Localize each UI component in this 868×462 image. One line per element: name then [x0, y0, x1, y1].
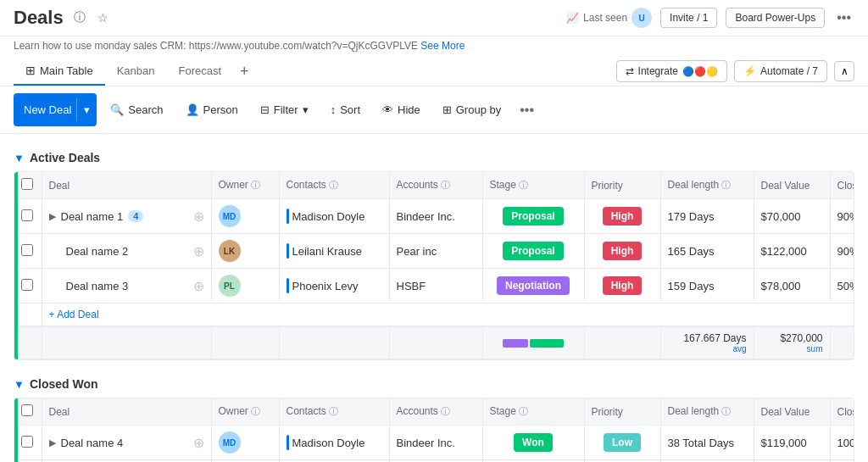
toolbar: New Deal ▾ 🔍 Search 👤 Person ⊟ Filter ▾ … [0, 86, 868, 134]
filter-button[interactable]: ⊟ Filter ▾ [252, 99, 317, 120]
row-deal-name: Deal name 2 ⊕ [42, 234, 211, 269]
add-item-icon[interactable]: ⊕ [193, 435, 204, 451]
more-tools-button[interactable]: ••• [515, 99, 539, 121]
row-check [14, 269, 42, 303]
table-row: ▶ Deal name 4 ⊕ MD Madison Doyle Bindeer… [14, 426, 854, 460]
search-button[interactable]: 🔍 Search [102, 99, 171, 120]
row-priority[interactable]: High [584, 234, 660, 269]
automate-icon: ⚡ [743, 65, 756, 77]
active-deals-header[interactable]: ▼ Active Deals [0, 144, 868, 171]
closed-won-section: ▼ Closed Won Deal Ownerⓘ Contactsⓘ Accou… [0, 370, 868, 462]
group-by-button[interactable]: ⊞ Group by [434, 99, 509, 120]
star-icon[interactable]: ☆ [94, 9, 112, 26]
filter-chevron: ▾ [303, 103, 309, 116]
th-contacts-closed: Contactsⓘ [279, 398, 389, 426]
select-all-active[interactable] [21, 178, 33, 190]
row-close-prob: 90% [830, 234, 854, 269]
app-header: Deals ⓘ ☆ 📈 Last seen U Invite / 1 Board… [0, 0, 868, 36]
automate-button[interactable]: ⚡ Automate / 7 [734, 60, 827, 82]
closed-won-header[interactable]: ▼ Closed Won [0, 370, 868, 398]
add-deal-row[interactable]: + Add Deal [14, 303, 854, 327]
row-stage[interactable]: Won [482, 426, 584, 460]
owner-info-icon[interactable]: ⓘ [251, 180, 260, 190]
invite-button[interactable]: Invite / 1 [660, 8, 717, 28]
integrate-button[interactable]: ⇄ Integrate 🔵🔴🟡 [616, 60, 727, 82]
th-close-prob-closed: Close Probab... [830, 398, 854, 426]
row-close-prob: 50% [830, 269, 854, 303]
avatar: U [632, 8, 652, 28]
row-checkbox-0[interactable] [21, 209, 33, 221]
row-contact: Madison Doyle [279, 199, 389, 234]
summary-deal-value: $270,000sum [754, 326, 830, 359]
deal-length-info-icon[interactable]: ⓘ [721, 180, 731, 190]
new-deal-chevron[interactable]: ▾ [76, 98, 97, 121]
row-close-prob: 90% [830, 199, 854, 234]
summary-row: 167.667 Daysavg $270,000sum 76.667%avg [14, 326, 854, 359]
contacts-info-icon[interactable]: ⓘ [329, 180, 338, 190]
accounts-info-icon[interactable]: ⓘ [441, 180, 450, 190]
th-deal-length-closed: Deal lengthⓘ [660, 398, 754, 426]
board-power-ups-button[interactable]: Board Power-Ups [726, 8, 825, 28]
sort-button[interactable]: ↕ Sort [322, 99, 369, 120]
expand-icon[interactable]: ▶ [49, 437, 56, 448]
row-owner: PL [211, 269, 279, 303]
row-priority[interactable]: Low [584, 426, 660, 460]
closed-won-table-wrapper: Deal Ownerⓘ Contactsⓘ Accountsⓘ Stageⓘ P… [14, 398, 854, 462]
summary-stage-bar [482, 326, 584, 359]
tab-forecast[interactable]: Forecast [166, 58, 233, 86]
summary-deal-length: 167.667 Daysavg [660, 326, 754, 359]
th-accounts-closed: Accountsⓘ [389, 398, 482, 426]
collapse-button[interactable]: ∧ [834, 61, 854, 81]
add-item-icon[interactable]: ⊕ [193, 209, 204, 225]
row-deal-length: 38 Total Days [660, 426, 754, 460]
row-priority[interactable]: High [584, 199, 660, 234]
add-tab-button[interactable]: + [233, 59, 256, 84]
row-account: Bindeer Inc. [389, 426, 482, 460]
hide-icon: 👁 [382, 103, 393, 116]
row-checkbox-0[interactable] [21, 436, 33, 448]
row-stage[interactable]: Proposal [482, 234, 584, 269]
person-button[interactable]: 👤 Person [177, 99, 247, 120]
new-deal-button[interactable]: New Deal ▾ [14, 93, 97, 126]
row-priority[interactable]: High [584, 269, 660, 303]
page-title: Deals [14, 7, 64, 29]
person-icon: 👤 [186, 103, 199, 116]
tab-kanban[interactable]: Kanban [105, 58, 167, 86]
info-icon[interactable]: ⓘ [70, 8, 89, 27]
badge-count: 4 [128, 210, 143, 222]
trend-icon: 📈 [566, 12, 579, 24]
row-checkbox-2[interactable] [21, 279, 33, 291]
add-deal-label[interactable]: + Add Deal [42, 303, 854, 327]
expand-icon[interactable]: ▶ [49, 211, 56, 222]
integrate-icon: ⇄ [626, 65, 634, 77]
sort-icon: ↕ [331, 103, 337, 116]
th-priority-closed: Priority [584, 398, 660, 426]
row-deal-name: ▶ Deal name 1 4 ⊕ [42, 199, 211, 234]
see-more-link[interactable]: See More [420, 40, 465, 52]
table-row: Deal name 2 ⊕ LK Leilani Krause Pear inc… [14, 234, 854, 269]
row-contact: Madison Doyle [279, 426, 389, 460]
th-contacts-active: Contactsⓘ [279, 172, 389, 199]
main-table-icon: ⊞ [25, 64, 36, 77]
row-stage[interactable]: Proposal [482, 199, 584, 234]
row-account: HSBF [389, 269, 482, 303]
more-options-button[interactable]: ••• [833, 8, 854, 27]
row-check [14, 199, 42, 234]
select-all-closed[interactable] [21, 404, 33, 416]
hide-button[interactable]: 👁 Hide [374, 99, 429, 120]
active-deals-table-wrapper: Deal Ownerⓘ Contactsⓘ Accountsⓘ Stageⓘ P… [14, 171, 854, 360]
row-account: Bindeer Inc. [389, 199, 482, 234]
tab-main-table[interactable]: ⊞ Main Table [14, 57, 105, 86]
stage-info-icon[interactable]: ⓘ [519, 180, 528, 190]
row-stage[interactable]: Negotiation [482, 269, 584, 303]
closed-won-table: Deal Ownerⓘ Contactsⓘ Accountsⓘ Stageⓘ P… [14, 398, 854, 462]
content: ▼ Active Deals Deal Ownerⓘ Contactsⓘ Acc… [0, 134, 868, 462]
row-checkbox-1[interactable] [21, 244, 33, 256]
th-deal-value-active: Deal Value [754, 172, 830, 199]
row-deal-length: 159 Days [660, 269, 754, 303]
th-deal-length-active: Deal lengthⓘ [660, 172, 754, 199]
add-item-icon[interactable]: ⊕ [193, 243, 204, 259]
add-item-icon[interactable]: ⊕ [193, 278, 204, 294]
th-stage-active: Stageⓘ [482, 172, 584, 199]
row-deal-value: $78,000 [754, 269, 830, 303]
